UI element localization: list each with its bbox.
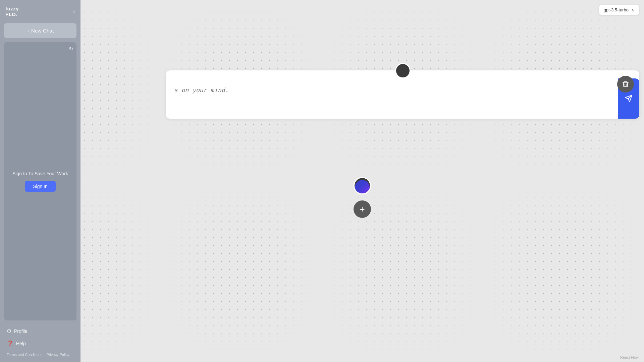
profile-item[interactable]: ⚙ Profile [5, 326, 75, 336]
footer-links: Terms and Conditions Privacy Policy [5, 353, 75, 357]
refresh-icon[interactable]: ↻ [69, 46, 73, 52]
bottom-avatars: + [354, 177, 371, 218]
logo-fuzzy-text: fuzzy [5, 6, 19, 12]
avatar [395, 63, 411, 78]
sign-in-prompt: Sign In To Save Your Work Sign In [12, 171, 68, 192]
card-avatar-top [166, 63, 639, 78]
sidebar-header: fuzzy FLO. ‹ [0, 0, 80, 23]
chat-input-area [166, 78, 639, 119]
help-item[interactable]: ❓ Help [5, 338, 75, 349]
new-chat-button[interactable]: + New Chat [4, 23, 76, 38]
node-avatar-inner [355, 180, 370, 194]
delete-button[interactable] [617, 76, 634, 93]
model-name-label: gpt-3.5-turbo [604, 7, 629, 12]
node-avatar [354, 177, 371, 194]
collapse-sidebar-button[interactable]: ‹ [73, 8, 75, 15]
gear-icon: ⚙ [7, 328, 11, 334]
sidebar: fuzzy FLO. ‹ + New Chat ↻ Sign In To Sav… [0, 0, 80, 362]
add-node-button[interactable]: + [354, 200, 371, 218]
send-icon [625, 95, 633, 103]
sidebar-footer: ⚙ Profile ❓ Help Terms and Conditions Pr… [0, 320, 80, 362]
logo-flo-text: FLO. [5, 12, 19, 17]
terms-link[interactable]: Terms and Conditions [7, 353, 42, 357]
chat-history-area: ↻ Sign In To Save Your Work Sign In [4, 42, 76, 320]
chevron-up-icon: ∧ [631, 8, 634, 12]
privacy-link[interactable]: Privacy Policy [46, 353, 69, 357]
trash-icon [622, 80, 629, 88]
help-label: Help [16, 341, 26, 346]
react-flow-watermark: React Flow [620, 355, 639, 359]
help-icon: ❓ [7, 340, 13, 347]
logo: fuzzy FLO. [5, 6, 19, 17]
chat-input[interactable] [166, 78, 618, 119]
profile-label: Profile [14, 328, 28, 334]
chat-card [166, 70, 639, 119]
main-canvas: gpt-3.5-turbo ∧ [80, 0, 644, 362]
sign-in-button[interactable]: Sign In [25, 181, 56, 192]
sign-in-text: Sign In To Save Your Work [12, 171, 68, 176]
model-selector[interactable]: gpt-3.5-turbo ∧ [599, 5, 639, 15]
